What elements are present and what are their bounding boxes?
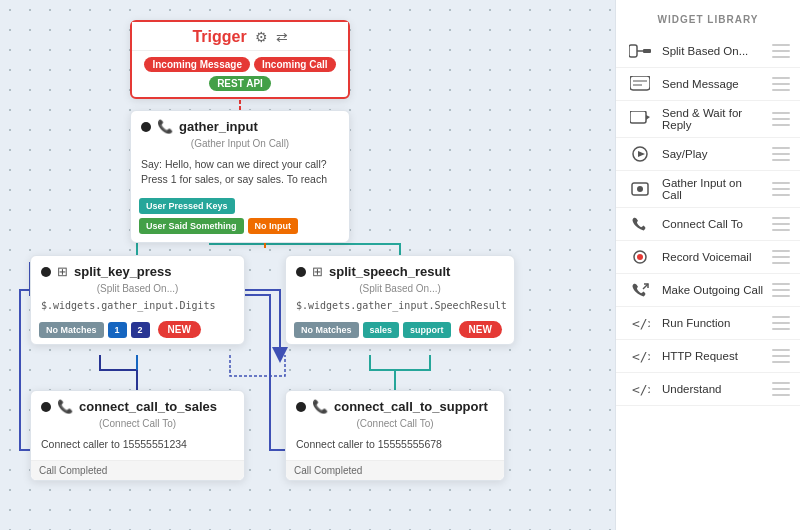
split-speech-outputs: No Matches sales support NEW — [286, 317, 514, 344]
widget-split-label: Split Based On... — [662, 45, 764, 57]
node-dot-4 — [41, 402, 51, 412]
svg-rect-3 — [643, 49, 651, 53]
gather-node-subtitle: (Gather Input On Call) — [131, 138, 349, 153]
settings-icon[interactable]: ⚙ — [255, 29, 268, 45]
widget-send-wait[interactable]: Send & Wait for Reply — [616, 101, 800, 138]
out-no-matches-2[interactable]: No Matches — [294, 322, 359, 338]
node-dot-3 — [296, 267, 306, 277]
node-dot-5 — [296, 402, 306, 412]
widget-run-function[interactable]: </> Run Function — [616, 307, 800, 340]
split-key-press-node[interactable]: ⊞ split_key_press (Split Based On...) $.… — [30, 255, 245, 345]
split-speech-header: ⊞ split_speech_result — [286, 256, 514, 283]
widget-understand[interactable]: </> Understand — [616, 373, 800, 406]
widget-gather-label: Gather Input on Call — [662, 177, 764, 201]
widget-send-message[interactable]: Send Message — [616, 68, 800, 101]
connect-support-subtitle: (Connect Call To) — [286, 418, 504, 433]
split-speech-subtitle: (Split Based On...) — [286, 283, 514, 298]
connect-sales-body: Connect caller to 15555551234 — [31, 433, 244, 460]
widget-http-request[interactable]: </> HTTP Request — [616, 340, 800, 373]
gather-input-node[interactable]: 📞 gather_input (Gather Input On Call) Sa… — [130, 110, 350, 243]
drag-handle-4[interactable] — [772, 147, 790, 161]
badge-incoming-call: Incoming Call — [254, 57, 336, 72]
widget-send-wait-label: Send & Wait for Reply — [662, 107, 764, 131]
split-speech-code: $.widgets.gather_input.SpeechResult — [286, 298, 514, 317]
flow-canvas[interactable]: Trigger ⚙ ⇄ Incoming Message Incoming Ca… — [0, 0, 615, 530]
gather-node-outputs: User Pressed Keys User Said Something No… — [131, 194, 349, 242]
drag-handle-2[interactable] — [772, 77, 790, 91]
understand-icon: </> — [626, 379, 654, 399]
split-speech-title: split_speech_result — [329, 264, 450, 279]
widget-record-voicemail[interactable]: Record Voicemail — [616, 241, 800, 274]
play-icon — [626, 144, 654, 164]
gather-node-title: gather_input — [179, 119, 258, 134]
output-no-input[interactable]: No Input — [248, 218, 299, 234]
split-key-icon: ⊞ — [57, 264, 68, 279]
widget-function-label: Run Function — [662, 317, 764, 329]
trigger-header: Trigger ⚙ ⇄ — [132, 22, 348, 51]
svg-text:</>: </> — [632, 316, 650, 331]
output-user-pressed[interactable]: User Pressed Keys — [139, 198, 235, 214]
drag-handle-11[interactable] — [772, 382, 790, 396]
outgoing-icon — [626, 280, 654, 300]
connect-sales-subtitle: (Connect Call To) — [31, 418, 244, 433]
node-dot-2 — [41, 267, 51, 277]
connect-support-node[interactable]: 📞 connect_call_to_support (Connect Call … — [285, 390, 505, 481]
function-icon: </> — [626, 313, 654, 333]
svg-text:</>: </> — [632, 349, 650, 364]
split-key-new-btn[interactable]: NEW — [158, 321, 201, 338]
out-1[interactable]: 1 — [108, 322, 127, 338]
svg-point-13 — [637, 254, 643, 260]
drag-handle-8[interactable] — [772, 283, 790, 297]
output-user-said[interactable]: User Said Something — [139, 218, 244, 234]
connect-support-icon: 📞 — [312, 399, 328, 414]
record-icon — [626, 247, 654, 267]
connect-sales-title: connect_call_to_sales — [79, 399, 217, 414]
out-sales[interactable]: sales — [363, 322, 400, 338]
out-no-matches[interactable]: No Matches — [39, 322, 104, 338]
connect-support-title: connect_call_to_support — [334, 399, 488, 414]
split-speech-result-node[interactable]: ⊞ split_speech_result (Split Based On...… — [285, 255, 515, 345]
out-2[interactable]: 2 — [131, 322, 150, 338]
svg-rect-2 — [629, 45, 637, 57]
widget-understand-label: Understand — [662, 383, 764, 395]
reply-icon — [626, 109, 654, 129]
widget-gather-input[interactable]: Gather Input on Call — [616, 171, 800, 208]
badge-rest-api: REST API — [209, 76, 271, 91]
trigger-title: Trigger — [192, 28, 246, 46]
share-icon[interactable]: ⇄ — [276, 29, 288, 45]
trigger-node[interactable]: Trigger ⚙ ⇄ Incoming Message Incoming Ca… — [130, 20, 350, 99]
gather-input-icon — [626, 179, 654, 199]
connect-sales-footer: Call Completed — [31, 460, 244, 480]
connect-support-body: Connect caller to 15555555678 — [286, 433, 504, 460]
connect-sales-node[interactable]: 📞 connect_call_to_sales (Connect Call To… — [30, 390, 245, 481]
drag-handle-5[interactable] — [772, 182, 790, 196]
widget-library: WIDGET LIBRARY Split Based On... Send Me… — [615, 0, 800, 530]
split-key-outputs: No Matches 1 2 NEW — [31, 317, 244, 344]
widget-send-label: Send Message — [662, 78, 764, 90]
connect-support-footer: Call Completed — [286, 460, 504, 480]
drag-handle-10[interactable] — [772, 349, 790, 363]
widget-split-based[interactable]: Split Based On... — [616, 35, 800, 68]
drag-handle-7[interactable] — [772, 250, 790, 264]
split-speech-new-btn[interactable]: NEW — [459, 321, 502, 338]
widget-say-play[interactable]: Say/Play — [616, 138, 800, 171]
widget-outgoing-label: Make Outgoing Call — [662, 284, 764, 296]
message-icon — [626, 74, 654, 94]
svg-point-11 — [637, 186, 643, 192]
drag-handle-9[interactable] — [772, 316, 790, 330]
widget-record-label: Record Voicemail — [662, 251, 764, 263]
widget-make-outgoing[interactable]: Make Outgoing Call — [616, 274, 800, 307]
gather-node-header: 📞 gather_input — [131, 111, 349, 138]
split-speech-icon: ⊞ — [312, 264, 323, 279]
out-support[interactable]: support — [403, 322, 451, 338]
split-icon — [626, 41, 654, 61]
widget-connect-call[interactable]: Connect Call To — [616, 208, 800, 241]
http-icon: </> — [626, 346, 654, 366]
connect-sales-icon: 📞 — [57, 399, 73, 414]
drag-handle[interactable] — [772, 44, 790, 58]
svg-rect-8 — [630, 111, 646, 123]
drag-handle-6[interactable] — [772, 217, 790, 231]
connect-sales-header: 📞 connect_call_to_sales — [31, 391, 244, 418]
drag-handle-3[interactable] — [772, 112, 790, 126]
sidebar-title: WIDGET LIBRARY — [616, 8, 800, 35]
